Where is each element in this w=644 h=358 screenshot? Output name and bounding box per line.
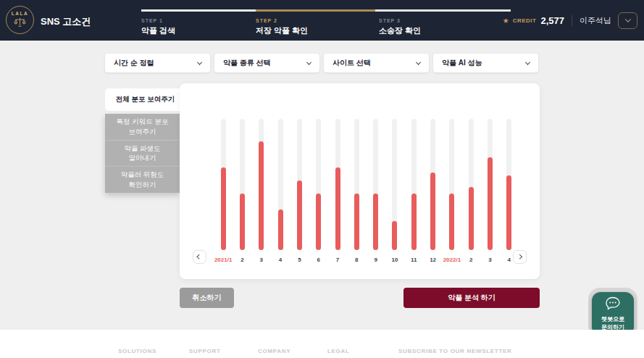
axis-label: 10 <box>392 257 398 263</box>
chart-bar-column: 9 <box>367 119 385 263</box>
footer-column-heading[interactable]: SOLUTIONS <box>118 348 156 354</box>
filter-dropdown[interactable]: 사이트 선택 <box>324 54 429 72</box>
chart-bar-column: 10 <box>385 119 404 263</box>
filter-dropdown-label: 악플 AI 성능 <box>442 58 482 68</box>
step-item: STEP 3 소송장 확인 <box>379 18 421 36</box>
footer-column-heading[interactable]: SUPPORT <box>189 348 221 354</box>
bar-track <box>449 119 454 250</box>
page-footer: SOLUTIONSSUPPORTCOMPANYLEGALSUBSCRIBE TO… <box>0 330 644 358</box>
bar-fill <box>259 141 264 250</box>
axis-label: 4 <box>279 257 282 263</box>
tab-item[interactable]: 악플 파생도알아내기 <box>105 141 180 167</box>
footer-column-heading[interactable]: SUBSCRIBE TO OUR NEWSLETTER <box>398 348 512 354</box>
axis-label: 2 <box>241 257 243 263</box>
bar-fill <box>392 221 397 250</box>
speech-bubble-icon <box>605 296 621 313</box>
axis-label: 9 <box>374 257 377 263</box>
bar-fill <box>411 193 417 250</box>
tab-item[interactable]: 특정 키워드 분포보여주기 <box>105 114 180 141</box>
bar-fill <box>449 193 454 250</box>
step-item: STEP 2 저장 악플 확인 <box>256 18 308 36</box>
bar-track <box>316 119 321 250</box>
bar-track <box>278 119 283 250</box>
footer-column-heading[interactable]: COMPANY <box>258 348 290 354</box>
filter-dropdown[interactable]: 악플 AI 성능 <box>433 54 538 72</box>
chart-card: 2021/1 2 3 4 <box>180 83 540 279</box>
chevron-left-icon <box>197 254 201 259</box>
bar-fill <box>506 175 511 250</box>
chart-bar-column: 4 <box>500 119 519 263</box>
bar-track <box>488 119 493 250</box>
bar-fill <box>488 157 493 251</box>
tab-item-label: 악플 파생도알아내기 <box>124 143 160 164</box>
bar-fill <box>354 193 359 250</box>
chevron-right-icon <box>517 254 522 259</box>
user-menu-button[interactable] <box>618 12 637 29</box>
chart-bar-column: 8 <box>347 119 366 263</box>
bar-fill <box>240 193 245 250</box>
bar-track <box>221 119 226 250</box>
chatbot-button[interactable]: 챗봇으로 문의하기 <box>592 292 634 336</box>
footer-column-heading[interactable]: LEGAL <box>327 348 350 354</box>
tab-item-label: 특정 키워드 분포보여주기 <box>117 117 169 137</box>
tab-group: 특정 키워드 분포보여주기악플 파생도알아내기악플러 위험도확인하기 <box>105 114 180 193</box>
tab-item[interactable]: 악플러 위험도확인하기 <box>105 167 180 193</box>
app-title: SNS 고소건 <box>41 15 91 28</box>
chart-bar-column: 6 <box>309 119 328 263</box>
bar-track <box>240 119 245 250</box>
chevron-down-icon <box>416 59 421 64</box>
bar-track <box>430 119 435 250</box>
axis-label: 3 <box>488 257 491 263</box>
chevron-down-icon <box>197 59 202 64</box>
scales-of-justice-icon <box>14 17 26 30</box>
tab-item-active[interactable]: 전체 분포 보여주기 <box>105 88 185 111</box>
axis-label: 6 <box>317 257 319 263</box>
axis-label: 7 <box>336 257 339 263</box>
star-icon: ★ <box>503 17 509 25</box>
tab-item-label: 악플러 위험도확인하기 <box>121 170 164 190</box>
bar-fill <box>373 193 378 250</box>
filter-dropdown[interactable]: 악플 종류 선택 <box>214 54 319 72</box>
header-divider <box>572 15 572 26</box>
app-screen: LALA SNS 고소건 STEP 1 악플 검색STEP 2 저장 악플 확 <box>0 0 644 358</box>
header-right: ★ CREDIT 2,577 이주석님 <box>503 0 637 41</box>
brand-logo[interactable]: LALA <box>6 6 34 34</box>
step-title: 소송장 확인 <box>379 25 421 36</box>
axis-label: 11 <box>411 257 417 263</box>
chevron-down-icon <box>525 59 530 64</box>
step-item: STEP 1 악플 검색 <box>141 18 175 36</box>
axis-label: 2 <box>469 257 472 263</box>
chevron-down-icon <box>624 16 630 22</box>
credit-label: CREDIT <box>513 17 537 24</box>
bar-fill <box>297 180 302 250</box>
filter-bar: 시간 순 정렬 악플 종류 선택 사이트 선택 악플 AI 성능 <box>105 54 538 72</box>
chart-bar-column: 11 <box>404 119 423 263</box>
chart-next-button[interactable] <box>513 250 527 264</box>
filter-dropdown-label: 시간 순 정렬 <box>114 58 154 68</box>
chevron-down-icon <box>306 59 311 64</box>
bar-fill <box>335 167 340 250</box>
chart-bar-column: 5 <box>290 119 309 263</box>
chart-columns: 2021/1 2 3 4 <box>214 119 519 263</box>
top-navbar: LALA SNS 고소건 STEP 1 악플 검색STEP 2 저장 악플 확 <box>0 0 644 41</box>
bar-track <box>392 119 397 250</box>
step-title: 악플 검색 <box>141 25 175 36</box>
bar-track <box>259 119 264 250</box>
analyze-button[interactable]: 악플 분석 하기 <box>403 288 540 308</box>
steps-labels: STEP 1 악플 검색STEP 2 저장 악플 확인STEP 3 소송장 확인 <box>141 12 511 35</box>
cancel-button[interactable]: 취소하기 <box>180 288 234 308</box>
step-caption: STEP 3 <box>379 18 421 23</box>
chart-bar-column: 3 <box>480 119 499 263</box>
bar-track <box>469 119 474 250</box>
user-name: 이주석님 <box>580 15 611 26</box>
axis-label: 12 <box>430 257 436 263</box>
axis-label: 8 <box>355 257 358 263</box>
chart-bar-column: 4 <box>271 119 290 263</box>
chart-bar-column: 2021/1 <box>214 119 233 263</box>
chart-prev-button[interactable] <box>193 250 206 264</box>
bar-fill <box>278 209 283 250</box>
axis-label: 5 <box>298 257 301 263</box>
axis-label: 3 <box>260 257 263 263</box>
filter-dropdown[interactable]: 시간 순 정렬 <box>105 54 210 72</box>
filter-dropdown-label: 사이트 선택 <box>333 58 371 68</box>
